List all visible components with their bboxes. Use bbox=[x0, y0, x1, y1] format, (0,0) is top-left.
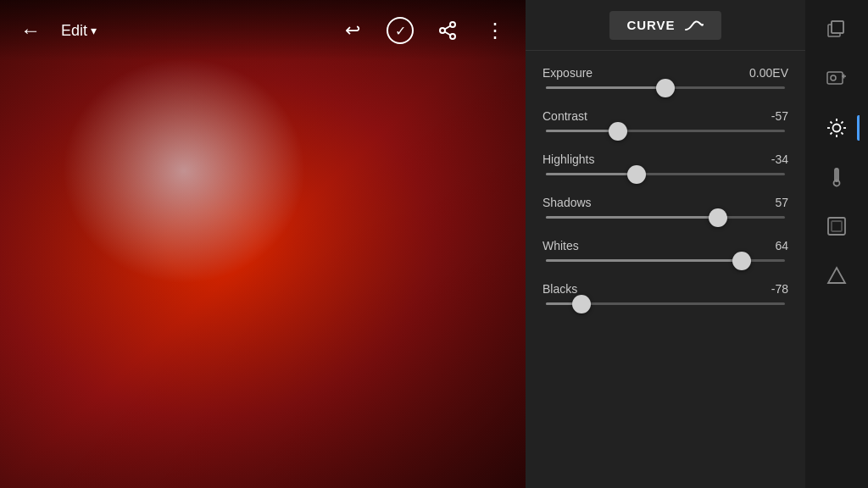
svg-rect-24 bbox=[828, 218, 845, 235]
edit-chevron-icon: ▾ bbox=[91, 24, 97, 37]
copy-layers-icon bbox=[826, 19, 848, 41]
undo-icon: ↩ bbox=[345, 19, 360, 42]
confirm-button[interactable]: ✓ bbox=[383, 14, 417, 47]
blacks-slider-item: Blacks -78 bbox=[526, 274, 805, 317]
whites-slider-item: Whites 64 bbox=[526, 230, 805, 274]
highlights-fill bbox=[546, 173, 637, 175]
svg-point-0 bbox=[450, 22, 455, 27]
back-icon: ← bbox=[20, 19, 41, 42]
top-bar: ← Edit ▾ ↩ ✓ ⋮ bbox=[0, 0, 526, 61]
svg-rect-25 bbox=[832, 221, 842, 231]
svg-line-3 bbox=[445, 32, 451, 36]
tools-panel bbox=[805, 0, 868, 488]
vignette-icon bbox=[826, 215, 848, 237]
contrast-track[interactable] bbox=[546, 130, 785, 132]
whites-thumb[interactable] bbox=[732, 252, 751, 270]
photo-sim bbox=[0, 0, 526, 488]
svg-line-17 bbox=[831, 122, 832, 124]
photo-area: ← Edit ▾ ↩ ✓ ⋮ bbox=[0, 0, 526, 488]
whites-track[interactable] bbox=[546, 259, 785, 262]
highlights-label: Highlights bbox=[542, 152, 594, 166]
edit-dropdown[interactable]: Edit ▾ bbox=[61, 22, 97, 40]
blacks-header: Blacks -78 bbox=[542, 282, 788, 296]
triangle-icon bbox=[826, 264, 848, 286]
svg-point-12 bbox=[833, 125, 841, 132]
shadows-header: Shadows 57 bbox=[542, 196, 788, 209]
contrast-slider-item: Contrast -57 bbox=[526, 101, 805, 144]
svg-line-19 bbox=[841, 122, 843, 124]
blacks-value: -78 bbox=[771, 282, 788, 296]
contrast-thumb[interactable] bbox=[609, 122, 627, 141]
add-photo-button[interactable] bbox=[814, 56, 860, 102]
shadows-label: Shadows bbox=[542, 196, 592, 209]
light-adjust-button[interactable] bbox=[814, 105, 860, 151]
undo-button[interactable]: ↩ bbox=[336, 14, 370, 47]
back-button[interactable]: ← bbox=[14, 14, 47, 47]
highlights-value: -34 bbox=[771, 152, 788, 166]
contrast-header: Contrast -57 bbox=[542, 109, 788, 123]
exposure-slider-item: Exposure 0.00EV bbox=[526, 58, 805, 101]
svg-line-4 bbox=[445, 26, 451, 30]
svg-marker-26 bbox=[828, 268, 845, 283]
svg-line-20 bbox=[831, 132, 832, 134]
blacks-thumb[interactable] bbox=[572, 295, 591, 313]
exposure-label: Exposure bbox=[542, 66, 593, 80]
whites-label: Whites bbox=[542, 239, 579, 252]
exposure-value: 0.00EV bbox=[749, 66, 788, 80]
more-button[interactable]: ⋮ bbox=[478, 14, 512, 47]
svg-rect-8 bbox=[827, 72, 843, 84]
shadows-value: 57 bbox=[775, 196, 788, 209]
sun-icon bbox=[826, 117, 848, 139]
exposure-fill bbox=[546, 86, 665, 89]
svg-point-9 bbox=[831, 75, 836, 80]
curve-label: CURVE bbox=[626, 18, 675, 32]
photo-container bbox=[0, 0, 526, 488]
highlights-track[interactable] bbox=[546, 173, 785, 175]
whites-header: Whites 64 bbox=[542, 239, 788, 252]
curve-tab-bar: CURVE bbox=[526, 0, 805, 51]
share-icon bbox=[437, 20, 458, 41]
exposure-track[interactable] bbox=[546, 86, 785, 89]
contrast-fill bbox=[546, 130, 618, 132]
shadows-slider-item: Shadows 57 bbox=[526, 187, 805, 230]
vignette-button[interactable] bbox=[814, 203, 860, 249]
thermometer-icon bbox=[826, 166, 848, 188]
exposure-thumb[interactable] bbox=[656, 79, 675, 97]
svg-point-2 bbox=[450, 34, 455, 39]
whites-value: 64 bbox=[775, 239, 788, 252]
temperature-button[interactable] bbox=[814, 154, 860, 200]
confirm-icon: ✓ bbox=[387, 17, 414, 44]
copy-layers-button[interactable] bbox=[814, 7, 860, 53]
share-button[interactable] bbox=[431, 14, 465, 47]
top-bar-right: ↩ ✓ ⋮ bbox=[336, 14, 512, 47]
blacks-label: Blacks bbox=[542, 282, 577, 296]
svg-line-18 bbox=[841, 132, 843, 134]
highlights-slider-item: Highlights -34 bbox=[526, 144, 805, 187]
blacks-track[interactable] bbox=[546, 302, 785, 305]
more-icon: ⋮ bbox=[485, 19, 506, 42]
curve-button[interactable]: CURVE bbox=[609, 11, 721, 40]
shadows-thumb[interactable] bbox=[709, 208, 727, 227]
edit-label: Edit bbox=[61, 22, 87, 40]
whites-fill bbox=[546, 259, 742, 262]
contrast-label: Contrast bbox=[542, 109, 587, 123]
top-bar-left: ← Edit ▾ bbox=[14, 14, 322, 47]
svg-rect-6 bbox=[832, 21, 843, 33]
highlights-header: Highlights -34 bbox=[542, 152, 788, 166]
sliders-list: Exposure 0.00EV Contrast -57 Highlights bbox=[526, 51, 805, 488]
add-photo-icon bbox=[826, 68, 848, 90]
sliders-panel: CURVE Exposure 0.00EV Contrast -57 bbox=[526, 0, 805, 488]
highlights-thumb[interactable] bbox=[627, 165, 646, 184]
curve-icon bbox=[684, 18, 704, 33]
svg-point-1 bbox=[440, 28, 445, 33]
contrast-value: -57 bbox=[771, 109, 788, 123]
shadows-track[interactable] bbox=[546, 216, 785, 219]
shadows-fill bbox=[546, 216, 718, 219]
fade-button[interactable] bbox=[814, 252, 860, 298]
